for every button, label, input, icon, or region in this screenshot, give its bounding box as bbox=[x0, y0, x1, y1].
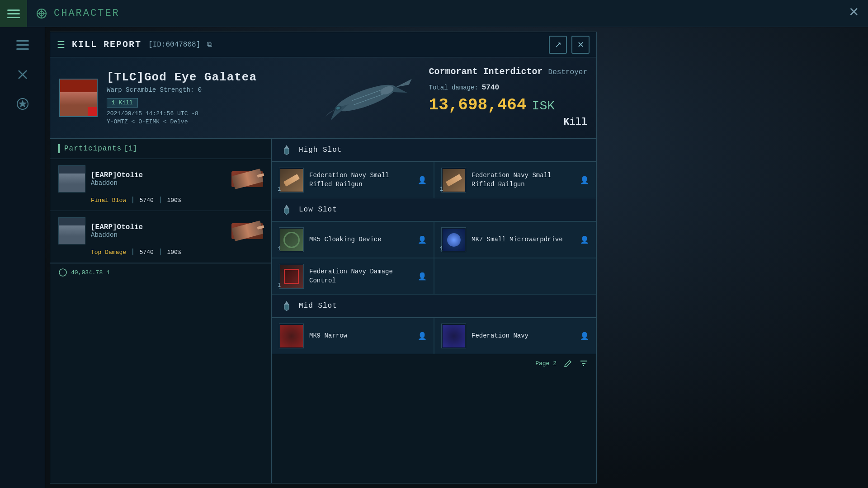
narrow-icon bbox=[279, 324, 304, 348]
top-damage-badge: Top Damage bbox=[91, 249, 126, 256]
p2-hair bbox=[59, 218, 85, 225]
mid-slot-item-1-name: MK9 Narrow bbox=[309, 332, 412, 341]
mid-slot-grid: MK9 Narrow 👤 Federation Navy 👤 bbox=[272, 318, 596, 354]
main-menu-button[interactable] bbox=[0, 0, 27, 27]
kill-report-window: ☰ KILL REPORT [ID:6047808] ⧉ ↗ ✕ [TLC]Go… bbox=[50, 32, 597, 483]
total-damage-value: 5740 bbox=[482, 84, 499, 92]
participant-2-details: [EARP]Otolie Abaddon bbox=[91, 223, 226, 239]
kr-menu-button[interactable]: ☰ bbox=[57, 39, 65, 50]
participant-1-ship: Abaddon bbox=[91, 179, 226, 187]
kr-copy-icon[interactable]: ⧉ bbox=[207, 40, 212, 49]
participant-row[interactable]: [EARP]Otolie Abaddon Top Damage | 5740 |… bbox=[50, 211, 271, 263]
sidebar-star-icon[interactable] bbox=[11, 93, 34, 115]
low-slot-item-2[interactable]: MK7 Small Microwarpdrive 1 👤 bbox=[434, 221, 596, 258]
low-slot-icon bbox=[280, 203, 293, 216]
participant-1-stats: Final Blow | 5740 | 100% bbox=[58, 196, 263, 204]
participant-2-weapon bbox=[231, 223, 263, 239]
page-label: Page 2 bbox=[535, 360, 557, 367]
mwd-module-icon bbox=[443, 229, 465, 251]
app-title: CHARACTER bbox=[27, 8, 120, 19]
avatar-corp-badge bbox=[88, 107, 97, 116]
svg-point-14 bbox=[333, 80, 398, 117]
dc-icon bbox=[279, 264, 304, 289]
sidebar-close-icon[interactable] bbox=[11, 63, 34, 86]
dc-module-icon bbox=[280, 265, 303, 288]
fitting-bottom: Page 2 bbox=[272, 354, 596, 372]
fed-module-icon bbox=[443, 325, 465, 347]
svg-rect-0 bbox=[7, 9, 20, 11]
app-close-button[interactable]: ✕ bbox=[849, 5, 859, 19]
low-slot-person-1-icon: 👤 bbox=[418, 235, 427, 244]
participant-2-stats: Top Damage | 5740 | 100% bbox=[58, 248, 263, 256]
mid-slot-item-2-name: Federation Navy bbox=[472, 332, 575, 341]
high-slot-person-1-icon: 👤 bbox=[418, 176, 427, 185]
participant-2-name: [EARP]Otolie bbox=[91, 223, 226, 231]
mwd-icon bbox=[441, 227, 466, 252]
sep4: | bbox=[158, 248, 163, 256]
main-panel: ☰ KILL REPORT [ID:6047808] ⧉ ↗ ✕ [TLC]Go… bbox=[45, 27, 868, 488]
railgun-2-icon bbox=[441, 168, 466, 192]
participants-count: [1] bbox=[124, 145, 137, 153]
ship-class: Cormorant Interdictor bbox=[429, 66, 543, 77]
high-slot-section: High Slot Federation Navy Small Rifled R… bbox=[272, 139, 596, 198]
kr-export-button[interactable]: ↗ bbox=[549, 36, 567, 54]
kill-label: Kill bbox=[429, 117, 587, 128]
svg-marker-13 bbox=[19, 100, 27, 108]
high-slot-header: High Slot bbox=[272, 139, 596, 162]
p2-percent: 100% bbox=[167, 249, 181, 256]
ship-image bbox=[307, 62, 425, 134]
victim-banner: [TLC]God Eye Galatea Warp Scramble Stren… bbox=[50, 57, 596, 139]
fed-icon bbox=[441, 324, 466, 348]
high-slot-item-1[interactable]: Federation Navy Small Rifled Railgun 1 👤 bbox=[272, 162, 434, 198]
kr-close-button[interactable]: ✕ bbox=[571, 36, 590, 54]
participant-1-avatar bbox=[58, 165, 85, 192]
railgun-module-icon bbox=[280, 169, 303, 192]
railgun-module-2-icon bbox=[443, 169, 465, 192]
high-slot-item-2[interactable]: Federation Navy Small Rifled Railgun 1 👤 bbox=[434, 162, 596, 198]
victim-avatar bbox=[59, 79, 98, 117]
sep3: | bbox=[131, 248, 135, 256]
high-slot-item-2-name: Federation Navy Small Rifled Railgun bbox=[472, 171, 575, 189]
svg-rect-1 bbox=[7, 13, 20, 14]
p1-damage: 5740 bbox=[140, 197, 154, 204]
participant-2-ship: Abaddon bbox=[91, 231, 226, 239]
final-blow-badge: Final Blow bbox=[91, 197, 126, 204]
svg-rect-9 bbox=[16, 48, 29, 50]
high-slot-label: High Slot bbox=[299, 146, 342, 154]
participant-2-top: [EARP]Otolie Abaddon bbox=[58, 217, 263, 244]
dc-item-qty: 1 bbox=[278, 282, 281, 289]
cloak-icon bbox=[279, 227, 304, 252]
high-slot-item-1-name: Federation Navy Small Rifled Railgun bbox=[309, 171, 412, 189]
mid-slot-item-1[interactable]: MK9 Narrow 👤 bbox=[272, 318, 434, 354]
participant-row[interactable]: [EARP]Otolie Abaddon Final Blow | 5740 |… bbox=[50, 159, 271, 211]
mid-slot-person-2-icon: 👤 bbox=[580, 332, 589, 341]
svg-rect-7 bbox=[16, 40, 29, 42]
empty-slot bbox=[434, 258, 596, 295]
low-slot-item-1-qty: 1 bbox=[278, 246, 281, 252]
participants-bottom-value: 40,034.78 bbox=[71, 269, 103, 276]
participant-1-name: [EARP]Otolie bbox=[91, 171, 226, 179]
svg-rect-2 bbox=[7, 17, 20, 18]
kr-actions: ↗ ✕ bbox=[549, 36, 590, 54]
high-slot-person-2-icon: 👤 bbox=[580, 176, 589, 185]
mid-slot-item-2[interactable]: Federation Navy 👤 bbox=[434, 318, 596, 354]
participants-bottom-page: 1 bbox=[106, 269, 110, 276]
isk-value: 13,698,464 bbox=[429, 96, 527, 114]
mid-slot-section: Mid Slot MK9 Narrow 👤 bbox=[272, 295, 596, 354]
low-slot-item-1[interactable]: MK5 Cloaking Device 1 👤 bbox=[272, 221, 434, 258]
app-title-text: CHARACTER bbox=[54, 8, 120, 19]
low-slot-grid-2: Federation Navy Damage Control 1 👤 bbox=[272, 258, 596, 295]
svg-point-24 bbox=[59, 269, 66, 276]
pencil-icon[interactable] bbox=[563, 359, 572, 368]
avatar-hair bbox=[60, 80, 97, 92]
low-slot-label: Low Slot bbox=[299, 206, 337, 214]
sidebar-menu-icon[interactable] bbox=[11, 34, 34, 56]
weapon-railgun-2-icon bbox=[231, 221, 264, 241]
isk-label: ISK bbox=[532, 99, 555, 113]
damage-control-item[interactable]: Federation Navy Damage Control 1 👤 bbox=[272, 258, 434, 295]
sep1: | bbox=[131, 196, 135, 204]
high-slot-grid: Federation Navy Small Rifled Railgun 1 👤… bbox=[272, 162, 596, 198]
p1-percent: 100% bbox=[167, 197, 181, 204]
cloak-module-icon bbox=[280, 229, 303, 251]
filter-icon[interactable] bbox=[579, 359, 588, 368]
